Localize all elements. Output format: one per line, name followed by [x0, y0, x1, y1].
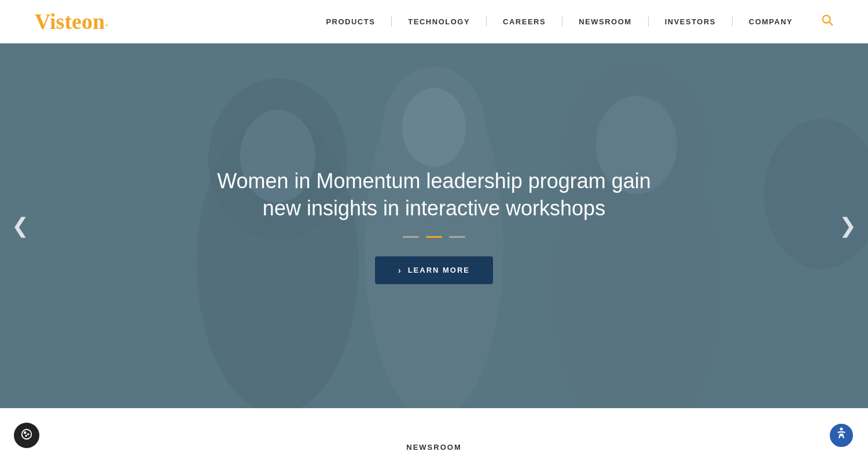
nav-newsroom[interactable]: NEWSROOM: [562, 17, 648, 26]
svg-point-14: [22, 429, 32, 439]
slide-dot-3[interactable]: [449, 236, 465, 237]
learn-more-button[interactable]: › LEARN MORE: [375, 256, 493, 284]
svg-point-15: [24, 431, 26, 433]
nav-technology[interactable]: TECHNOLOGY: [392, 17, 486, 26]
slider-dots: [208, 236, 660, 237]
nav-investors[interactable]: INVESTORS: [649, 17, 732, 26]
newsroom-headline: From AI to Z, and all things in between: [0, 460, 868, 462]
main-nav: PRODUCTS TECHNOLOGY CAREERS NEWSROOM INV…: [310, 13, 833, 30]
slide-dot-2[interactable]: [426, 236, 442, 237]
slider-prev-button[interactable]: ❮: [12, 214, 29, 238]
nav-products[interactable]: PRODUCTS: [310, 17, 391, 26]
search-icon[interactable]: [821, 13, 833, 30]
svg-point-18: [840, 428, 843, 431]
newsroom-section: NEWSROOM From AI to Z, and all things in…: [0, 408, 868, 462]
hero-content: Women in Momentum leadership program gai…: [208, 168, 660, 284]
cookie-consent-button[interactable]: [14, 423, 39, 448]
hero-slider: Women in Momentum leadership program gai…: [0, 43, 868, 408]
slider-next-button[interactable]: ❯: [839, 214, 856, 238]
svg-point-16: [28, 434, 29, 435]
nav-company[interactable]: COMPANY: [733, 17, 809, 26]
nav-careers[interactable]: CAREERS: [487, 17, 562, 26]
accessibility-button[interactable]: [829, 423, 854, 448]
slide-dot-1[interactable]: [403, 236, 419, 237]
hero-title: Women in Momentum leadership program gai…: [208, 168, 660, 222]
svg-line-1: [829, 22, 832, 25]
logo[interactable]: Visteon·: [35, 9, 109, 34]
accessibility-icon: [834, 427, 848, 444]
cookie-icon: [20, 428, 33, 443]
svg-point-17: [25, 435, 27, 436]
newsroom-label: NEWSROOM: [0, 443, 868, 452]
arrow-icon: ›: [398, 265, 402, 274]
site-header: Visteon· PRODUCTS TECHNOLOGY CAREERS NEW…: [0, 0, 868, 43]
